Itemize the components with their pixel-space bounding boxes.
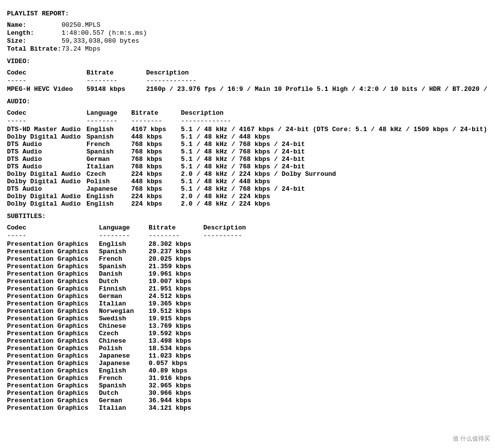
subtitle-desc-20 [203, 389, 488, 397]
subtitle-lang-8: Italian [99, 300, 149, 307]
audio-divider: ----- -------- -------- ------------- [7, 117, 488, 125]
subtitle-bitrate-16: 0.057 kbps [149, 360, 203, 367]
audio-lang-6: Czech [86, 170, 131, 178]
subtitle-desc-15 [203, 352, 488, 360]
subtitle-desc-6 [203, 285, 488, 293]
subtitle-row-22: Presentation Graphics Italian 34.121 kbp… [7, 404, 488, 412]
bitrate-label: Total Bitrate: [7, 45, 62, 53]
audio-lang-0: English [86, 126, 131, 133]
audio-row-8: DTS Audio Japanese 768 kbps 5.1 / 48 kHz… [7, 185, 488, 193]
subtitle-lang-19: Spanish [99, 382, 149, 389]
watermark: 值 什么值得买 [453, 435, 490, 443]
video-header-description: Description [146, 69, 488, 76]
subtitle-codec-19: Presentation Graphics [7, 382, 99, 389]
subtitle-lang-5: Dutch [99, 278, 149, 285]
subtitle-desc-1 [203, 248, 488, 255]
subtitle-codec-13: Presentation Graphics [7, 337, 99, 345]
subtitle-row-0: Presentation Graphics English 28.302 kbp… [7, 240, 488, 248]
audio-bitrate-0: 4167 kbps [131, 126, 181, 133]
audio-bitrate-6: 224 kbps [131, 170, 181, 178]
subtitle-row-8: Presentation Graphics Italian 19.365 kbp… [7, 300, 488, 307]
subtitle-bitrate-9: 19.512 kbps [149, 307, 203, 315]
subtitle-bitrate-14: 18.534 kbps [149, 345, 203, 352]
subtitle-lang-7: German [99, 293, 149, 300]
subtitle-bitrate-17: 40.89 kbps [149, 367, 203, 374]
subtitle-codec-10: Presentation Graphics [7, 315, 99, 322]
subtitle-row-15: Presentation Graphics Japanese 11.023 kb… [7, 352, 488, 360]
video-header-codec: Codec [7, 69, 86, 76]
subtitle-codec-12: Presentation Graphics [7, 330, 99, 337]
subtitle-row-9: Presentation Graphics Norwegian 19.512 k… [7, 307, 488, 315]
audio-row-3: DTS Audio Spanish 768 kbps 5.1 / 48 kHz … [7, 148, 488, 155]
subtitle-lang-15: Japanese [99, 352, 149, 360]
subtitle-codec-4: Presentation Graphics [7, 270, 99, 278]
subtitle-codec-22: Presentation Graphics [7, 404, 99, 412]
audio-desc-0: 5.1 / 48 kHz / 4167 kbps / 24-bit (DTS C… [181, 126, 488, 133]
audio-section-header: AUDIO: [7, 98, 488, 105]
audio-desc-2: 5.1 / 48 kHz / 768 kbps / 24-bit [181, 141, 488, 148]
subtitles-section-header: SUBTITLES: [7, 213, 488, 220]
subtitle-bitrate-19: 32.965 kbps [149, 382, 203, 389]
subtitle-lang-6: Finnish [99, 285, 149, 293]
subtitle-bitrate-15: 11.023 kbps [149, 352, 203, 360]
audio-desc-5: 5.1 / 48 kHz / 768 kbps / 24-bit [181, 163, 488, 170]
audio-row-4: DTS Audio German 768 kbps 5.1 / 48 kHz /… [7, 155, 488, 163]
audio-row-2: DTS Audio French 768 kbps 5.1 / 48 kHz /… [7, 141, 488, 148]
subtitle-codec-17: Presentation Graphics [7, 367, 99, 374]
audio-desc-7: 5.1 / 48 kHz / 448 kbps [181, 178, 488, 185]
size-value: 59,333,038,080 bytes [62, 37, 488, 45]
audio-row-9: Dolby Digital Audio English 224 kbps 2.0… [7, 193, 488, 200]
subtitle-codec-7: Presentation Graphics [7, 293, 99, 300]
audio-row-1: Dolby Digital Audio Spanish 448 kbps 5.1… [7, 133, 488, 141]
subtitle-lang-22: Italian [99, 404, 149, 412]
audio-bitrate-4: 768 kbps [131, 155, 181, 163]
audio-row-7: Dolby Digital Audio Polish 448 kbps 5.1 … [7, 178, 488, 185]
audio-desc-1: 5.1 / 48 kHz / 448 kbps [181, 133, 488, 141]
subtitle-bitrate-5: 19.007 kbps [149, 278, 203, 285]
audio-table-header: Codec Language Bitrate Description [7, 109, 488, 117]
subtitle-row-12: Presentation Graphics Czech 19.592 kbps [7, 330, 488, 337]
subtitle-codec-15: Presentation Graphics [7, 352, 99, 360]
audio-desc-6: 2.0 / 48 kHz / 224 kbps / Dolby Surround [181, 170, 488, 178]
size-label: Size: [7, 37, 62, 45]
subtitle-desc-7 [203, 293, 488, 300]
length-label: Length: [7, 29, 62, 37]
subtitle-bitrate-3: 21.359 kbps [149, 263, 203, 270]
subtitle-row-1: Presentation Graphics Spanish 29.237 kbp… [7, 248, 488, 255]
audio-bitrate-7: 448 kbps [131, 178, 181, 185]
subtitle-bitrate-21: 36.944 kbps [149, 397, 203, 404]
subtitles-divider: ----- -------- -------- ---------- [7, 232, 488, 239]
subtitle-codec-8: Presentation Graphics [7, 300, 99, 307]
subtitle-codec-0: Presentation Graphics [7, 240, 99, 248]
audio-lang-10: English [86, 200, 131, 208]
subtitle-row-10: Presentation Graphics Swedish 19.915 kbp… [7, 315, 488, 322]
video-section-header: VIDEO: [7, 58, 488, 65]
length-value: 1:48:00.557 (h:m:s.ms) [62, 29, 488, 37]
subtitle-desc-9 [203, 307, 488, 315]
subtitle-lang-17: English [99, 367, 149, 374]
audio-desc-10: 2.0 / 48 kHz / 224 kbps [181, 200, 488, 208]
subtitles-header-codec: Codec [7, 224, 99, 231]
subtitle-lang-2: French [99, 255, 149, 263]
audio-codec-4: DTS Audio [7, 155, 86, 163]
audio-desc-3: 5.1 / 48 kHz / 768 kbps / 24-bit [181, 148, 488, 155]
subtitle-desc-22 [203, 404, 488, 412]
audio-codec-5: DTS Audio [7, 163, 86, 170]
subtitle-lang-13: Chinese [99, 337, 149, 345]
audio-desc-4: 5.1 / 48 kHz / 768 kbps / 24-bit [181, 155, 488, 163]
audio-bitrate-1: 448 kbps [131, 133, 181, 141]
subtitle-desc-16 [203, 360, 488, 367]
subtitle-bitrate-4: 19.961 kbps [149, 270, 203, 278]
audio-bitrate-2: 768 kbps [131, 141, 181, 148]
audio-codec-0: DTS-HD Master Audio [7, 126, 86, 133]
subtitle-codec-1: Presentation Graphics [7, 248, 99, 255]
audio-lang-3: Spanish [86, 148, 131, 155]
subtitles-table-header: Codec Language Bitrate Description [7, 224, 488, 231]
subtitles-header-description: Description [203, 224, 488, 231]
subtitle-row-19: Presentation Graphics Spanish 32.965 kbp… [7, 382, 488, 389]
subtitle-codec-11: Presentation Graphics [7, 322, 99, 330]
audio-header-language: Language [86, 109, 131, 117]
subtitle-row-11: Presentation Graphics Chinese 13.769 kbp… [7, 322, 488, 330]
bitrate-value: 73.24 Mbps [62, 45, 488, 53]
subtitle-lang-14: Polish [99, 345, 149, 352]
